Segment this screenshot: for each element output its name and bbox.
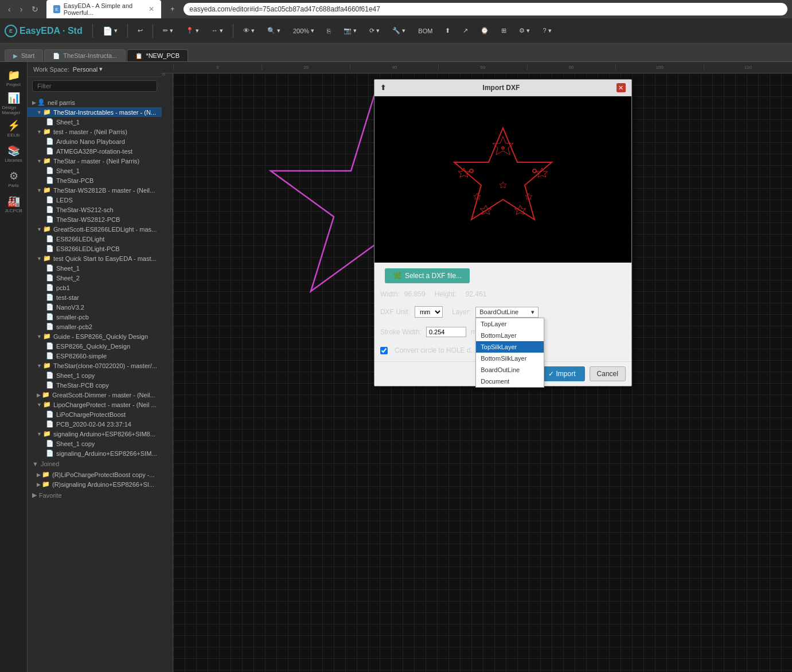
tree-item-ws2812pcb[interactable]: 📄 TheStar-WS2812-PCB [28,214,162,224]
filter-input[interactable] [32,80,157,92]
dialog-close-button[interactable]: ✕ [617,83,626,92]
tree-item-joined-lipo[interactable]: ▶ 📁 (R)LiPoChargeProtectBoost copy -... [28,470,162,479]
zoom-in-button[interactable]: 🔍 ▾ [263,25,285,37]
tree-item-label: LiPoChargeProtectBoost [56,411,126,418]
tree-item-thestar-pcb-copy[interactable]: 📄 TheStar-PCB copy [28,380,162,390]
tab-close-icon[interactable]: ✕ [149,5,154,13]
sidebar-item-parts[interactable]: ⚙ Parts [2,167,25,190]
tab-newpcb[interactable]: 📋 *NEW_PCB [127,49,188,61]
tree-item-guide-esp[interactable]: ▼ 📁 Guide - ESP8266_Quickly Design [28,331,162,341]
tab-start[interactable]: ▶ Start [5,49,43,61]
layer-option-bottomlayer[interactable]: BottomLayer [476,330,544,341]
tree-item-sheet1-1[interactable]: 📄 Sheet_1 [28,117,162,127]
tree-item-lipo[interactable]: ▼ 📁 LipoChargeProtect - master - (Neil .… [28,400,162,409]
tree-item-sheet1-2[interactable]: 📄 Sheet_1 [28,166,162,175]
export-button[interactable]: ⬆ [440,25,455,37]
history-button[interactable]: ⌚ [476,25,493,37]
tree-item-test[interactable]: ▼ 📁 test - master - (Neil Parris) [28,127,162,136]
layer-dropdown-trigger[interactable]: BoardOutLine ▾ [475,307,539,318]
tree-item-joined-signaling[interactable]: ▶ 📁 (R)signaling Arduino+ESP8266+SI... [28,479,162,489]
stroke-input[interactable] [426,327,466,337]
layer-option-toplayer[interactable]: TopLayer [476,318,544,330]
tree-item-smallerpcb2[interactable]: 📄 smaller-pcb2 [28,322,162,331]
tree-item-leds[interactable]: 📄 LEDS [28,195,162,205]
tree-item-label: test Quick Start to EasyEDA - mast... [53,255,157,262]
file-menu-button[interactable]: 📄 ▾ [98,24,122,38]
tree-item-thestar-clone[interactable]: ▼ 📁 TheStar(clone-07022020) - master/... [28,361,162,370]
tree-item-dimmer[interactable]: ▶ 📁 GreatScott-Dimmer - master - (Neil..… [28,390,162,400]
sidebar-item-libraries[interactable]: 📚 Libraries [2,142,25,165]
import-button[interactable]: ✓ Import [539,366,585,381]
forward-button[interactable]: › [17,3,26,15]
sidebar-item-project[interactable]: 📁 Project [2,67,25,89]
tree-item-sheet1-sig[interactable]: 📄 Sheet_1 copy [28,439,162,448]
tree-item-arduino[interactable]: 📄 Arduino Nano Playboard [28,136,162,146]
help-button[interactable]: ? ▾ [538,25,556,37]
tree-item-ws212sch[interactable]: 📄 TheStar-WS212-sch [28,205,162,214]
capture-button[interactable]: ⎘ [322,25,335,37]
tree-item-label: test - master - (Neil Parris) [53,128,127,135]
settings-button[interactable]: ⚙ ▾ [514,25,534,37]
draw-button[interactable]: ✏ ▾ [158,25,178,37]
layer-option-topsilklayer[interactable]: TopSilkLayer [476,341,544,353]
layer-option-boardoutline[interactable]: BoardOutLine [476,364,544,376]
sidebar-item-eelib[interactable]: ⚡ EELib [2,117,25,140]
tree-item-teststar[interactable]: 📄 test-star [28,292,162,302]
unit-select[interactable]: mm [415,306,443,318]
address-bar[interactable] [184,3,787,15]
tree-item-ws2812b[interactable]: ▼ 📁 TheStar-WS2812B - master - (Neil... [28,185,162,195]
sidebar-item-jlcpcb[interactable]: 🏭 JLCPCB [2,193,25,216]
tree-item-smallerpcb[interactable]: 📄 smaller-pcb [28,312,162,322]
tree-item-quickstart[interactable]: ▼ 📁 test Quick Start to EasyEDA - mast..… [28,253,162,263]
back-button[interactable]: ‹ [5,3,14,15]
place-button[interactable]: 📍 ▾ [181,25,204,37]
layer-label: Layer: [452,308,471,316]
tree-item-greatscott[interactable]: ▼ 📁 GreatScott-ES8266LEDLight - mas... [28,224,162,234]
route-button[interactable]: ⟳ ▾ [365,25,384,37]
tab-start-icon: ▶ [13,53,18,59]
tree-item-thestar-pcb[interactable]: 📄 TheStar-PCB [28,175,162,185]
tree-item-nanv32[interactable]: 📄 NanoV3.2 [28,302,162,312]
tree-item-thestar-instructables[interactable]: ▼ 📁 TheStar-Instructables - master - (N.… [28,107,162,117]
refresh-button[interactable]: ↻ [28,3,42,15]
tools-button[interactable]: 🔧 ▾ [388,25,410,37]
undo-button[interactable]: ↩ [133,25,147,37]
tree-item-esp82660[interactable]: 📄 ESP82660-simple [28,351,162,361]
zoom-level[interactable]: 200% ▾ [288,25,319,37]
tab-thestar[interactable]: 📄 TheStar-Instructa... [44,49,126,61]
layer-option-document[interactable]: Document [476,376,544,387]
tree-item-es8266ledpcb[interactable]: 📄 ES8266LEDLight-PCB [28,244,162,253]
tree-item-sheet1-qs[interactable]: 📄 Sheet_1 [28,263,162,273]
tree-item-esp8266qd[interactable]: 📄 ESP8266_Quickly_Design [28,341,162,351]
tree-item-pcb2020[interactable]: 📄 PCB_2020-02-04 23:37:14 [28,419,162,429]
browser-tab-active[interactable]: E EasyEDA - A Simple and Powerful... ✕ [46,0,161,18]
layer-dropdown[interactable]: BoardOutLine ▾ TopLayer BottomLayer [475,307,539,318]
layers-button[interactable]: ⊞ [497,25,511,37]
tree-item-pcb1[interactable]: 📄 pcb1 [28,283,162,292]
cancel-button[interactable]: Cancel [590,366,626,381]
joined-section[interactable]: ▼ Joined [28,458,162,470]
tree-item-signaling[interactable]: ▼ 📁 signaling Arduino+ESP8266+SIM8... [28,429,162,439]
layer-option-bottomsilklayer[interactable]: BottomSilkLayer [476,353,544,364]
move-button[interactable]: ↔ ▾ [207,25,228,37]
view-button[interactable]: 👁 ▾ [239,25,259,37]
tree-item-lipoboost[interactable]: 📄 LiPoChargeProtectBoost [28,409,162,419]
canvas-background[interactable]: 0 20 40 60 80 100 120 0 [162,62,792,672]
tree-item-sheet2[interactable]: 📄 Sheet_2 [28,273,162,283]
camera-button[interactable]: 📷 ▾ [339,25,361,37]
browser-nav[interactable]: ‹ › ↻ [5,3,42,15]
tree-item-sheet1-copy[interactable]: 📄 Sheet_1 copy [28,370,162,380]
workspace-dropdown-icon[interactable]: ▾ [99,65,103,73]
bom-button[interactable]: BOM [413,25,437,37]
user-node[interactable]: ▶ 👤 neil parris [28,97,162,107]
tree-item-atmega[interactable]: 📄 ATMEGA328P-rotation-test [28,146,162,156]
new-tab-button[interactable]: + [166,3,179,15]
tree-item-es8266led[interactable]: 📄 ES8266LEDLight [28,234,162,244]
tree-item-thestar[interactable]: ▼ 📁 TheStar - master - (Neil Parris) [28,156,162,166]
sidebar-item-design-manager[interactable]: 📊 Design Manager [2,92,25,115]
select-dxf-button[interactable]: 🌿 Select a DXF file... [385,268,470,283]
share-button[interactable]: ↗ [458,25,473,37]
convert-checkbox[interactable] [380,347,388,354]
favorite-section[interactable]: ▶ Favorite [28,489,162,501]
tree-item-signaling-file[interactable]: 📄 signaling_Arduino+ESP8266+SIM... [28,448,162,458]
